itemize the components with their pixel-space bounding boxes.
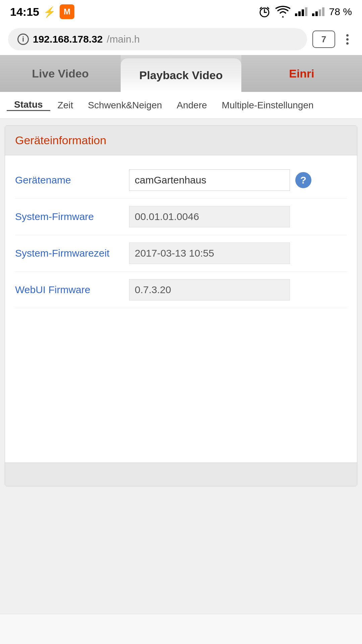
- label-system-firmwarezeit: System-Firmwarezeit: [15, 248, 129, 259]
- input-system-firmwarezeit: [129, 243, 290, 264]
- info-icon: i: [17, 34, 29, 45]
- input-group-system-firmwarezeit: [129, 243, 347, 264]
- content-spacer: [5, 315, 357, 463]
- subnav-andere[interactable]: Andere: [169, 100, 214, 111]
- form-row-system-firmwarezeit: System-Firmwarezeit: [15, 235, 347, 272]
- signal-bars-2: [312, 7, 324, 16]
- browser-bottom-bar: [0, 614, 362, 644]
- subnav-schwenk[interactable]: Schwenk&Neigen: [80, 100, 169, 111]
- status-bar: 14:15 ⚡ M: [0, 0, 362, 23]
- tab-playback-video[interactable]: Playback Video: [121, 58, 241, 92]
- lightning-icon: ⚡: [43, 6, 56, 18]
- section-header: Geräteinformation: [5, 126, 357, 155]
- sub-nav: Status Zeit Schwenk&Neigen Andere Multip…: [0, 92, 362, 119]
- section-title: Geräteinformation: [15, 134, 106, 147]
- subnav-zeit[interactable]: Zeit: [50, 100, 81, 111]
- form-section: Gerätename ? System-Firmware System-Firm…: [5, 155, 357, 315]
- form-row-webui-firmware: WebUI Firmware: [15, 272, 347, 308]
- input-group-geraetename: ?: [129, 169, 347, 191]
- overflow-menu-button[interactable]: [341, 34, 354, 45]
- input-group-webui-firmware: [129, 279, 347, 301]
- mi-app-icon: M: [60, 4, 74, 19]
- subnav-multiple[interactable]: Multiple-Einstellungen: [215, 100, 321, 111]
- signal-bars-1: [295, 7, 307, 16]
- form-row-geraetename: Gerätename ?: [15, 162, 347, 199]
- subnav-status[interactable]: Status: [7, 99, 50, 111]
- input-group-system-firmware: [129, 206, 347, 227]
- main-content-panel: Geräteinformation Gerätename ? System-Fi…: [5, 125, 357, 486]
- time-display: 14:15: [10, 5, 39, 18]
- status-left: 14:15 ⚡ M: [10, 4, 74, 19]
- url-path: /main.h: [107, 34, 140, 45]
- label-webui-firmware: WebUI Firmware: [15, 284, 129, 296]
- wifi-icon: [276, 6, 290, 18]
- address-bar-row: i 192.168.178.32/main.h 7: [0, 23, 362, 55]
- tab-einri[interactable]: Einri: [241, 55, 362, 92]
- status-right: 78 %: [258, 5, 352, 18]
- label-geraetename: Gerätename: [15, 174, 129, 186]
- label-system-firmware: System-Firmware: [15, 211, 129, 222]
- address-bar[interactable]: i 192.168.178.32/main.h: [8, 28, 307, 50]
- svg-line-4: [267, 7, 269, 9]
- input-system-firmware: [129, 206, 290, 227]
- nav-tabs: Live Video Playback Video Einri: [0, 55, 362, 92]
- input-webui-firmware: [129, 279, 290, 301]
- form-row-system-firmware: System-Firmware: [15, 199, 347, 235]
- tab-live-video[interactable]: Live Video: [0, 55, 121, 92]
- help-icon-geraetename[interactable]: ?: [295, 172, 311, 188]
- input-geraetename[interactable]: [129, 169, 290, 191]
- battery-percent: 78 %: [329, 6, 352, 17]
- form-footer: [5, 463, 357, 486]
- tab-count-button[interactable]: 7: [312, 31, 335, 48]
- alarm-icon: [258, 5, 271, 18]
- url-host: 192.168.178.32: [33, 34, 103, 45]
- svg-line-3: [260, 7, 261, 9]
